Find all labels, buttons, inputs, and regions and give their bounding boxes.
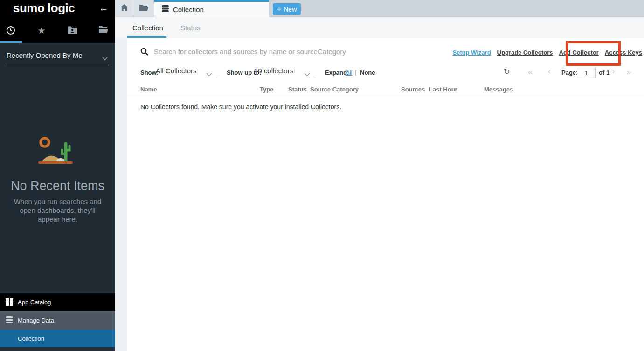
page-number-input[interactable] (577, 68, 596, 78)
collection-content: Setup Wizard Upgrade Collectors Add Coll… (127, 38, 644, 351)
column-last-hour[interactable]: Last Hour (429, 86, 457, 93)
add-collector-link[interactable]: Add Collector (559, 49, 599, 56)
folder-icon (139, 4, 148, 13)
sidebar-item-app-catalog[interactable]: App Catalog (0, 293, 115, 311)
show-up-to-dropdown-value: 10 collectors (254, 67, 293, 75)
first-page-button[interactable]: « (528, 67, 533, 77)
last-page-button[interactable]: » (626, 67, 631, 77)
sidebar: sumo logic ← ★ Recently Opened By Me (0, 0, 115, 351)
collapse-sidebar-icon[interactable]: ← (99, 3, 108, 14)
sidebar-item-label: App Catalog (18, 299, 51, 306)
new-tab-button[interactable]: + New (273, 3, 301, 15)
favorites-icon[interactable]: ★ (36, 26, 47, 36)
page-label: Page: (561, 69, 578, 76)
column-status[interactable]: Status (288, 86, 307, 93)
plus-icon: + (277, 6, 281, 13)
content-gutter (115, 38, 127, 351)
column-source-category[interactable]: Source Category (310, 86, 359, 93)
expand-divider: | (355, 69, 356, 76)
subtab-status[interactable]: Status (180, 24, 201, 32)
expand-none-link[interactable]: None (360, 69, 375, 76)
column-type[interactable]: Type (260, 86, 273, 93)
sidebar-item-collection[interactable]: Collection (0, 330, 115, 347)
desert-illustration (36, 136, 76, 167)
sidebar-item-label: Manage Data (18, 317, 54, 324)
subtab-row: Collection Status (115, 17, 644, 38)
table-header-divider (127, 97, 644, 97)
search-input[interactable] (154, 45, 443, 57)
column-name[interactable]: Name (140, 86, 157, 93)
recent-icon[interactable] (6, 26, 16, 36)
no-recent-items-description: When you run searches and open dashboard… (8, 197, 107, 224)
recent-section-label: Recently Opened By Me (7, 51, 83, 59)
sidebar-item-label: Collection (18, 335, 44, 342)
recent-section-dropdown[interactable]: Recently Opened By Me (7, 51, 109, 65)
column-sources[interactable]: Sources (401, 86, 425, 93)
tab-collection[interactable]: Collection (154, 0, 269, 17)
setup-wizard-link[interactable]: Setup Wizard (452, 49, 491, 56)
new-button-label: New (284, 6, 297, 13)
sumo-logic-logo: sumo logic (13, 1, 75, 15)
grid-icon (6, 298, 13, 306)
no-recent-items-title: No Recent Items (0, 179, 115, 193)
home-icon (120, 4, 128, 13)
sidebar-menu: App Catalog Manage Data Collection (0, 293, 115, 351)
show-dropdown-value: All Collectors (156, 67, 197, 75)
header-links: Setup Wizard Upgrade Collectors Add Coll… (452, 49, 642, 56)
tab-label: Collection (173, 6, 204, 14)
next-page-button[interactable]: › (612, 67, 615, 76)
library-icon[interactable] (98, 26, 109, 36)
search-icon (140, 48, 148, 57)
shared-content-icon[interactable] (67, 26, 77, 36)
empty-table-message: No Collectors found. Make sure you activ… (140, 103, 341, 111)
previous-page-button[interactable]: ‹ (548, 67, 551, 76)
sidebar-header: sumo logic ← ★ (0, 0, 115, 43)
chevron-down-icon (304, 70, 310, 78)
active-nav-underline (0, 41, 22, 43)
column-messages[interactable]: Messages (484, 86, 513, 93)
folder-tabs-button[interactable] (133, 0, 154, 17)
show-dropdown[interactable]: All Collectors (155, 66, 218, 78)
sidebar-item-manage-data[interactable]: Manage Data (0, 311, 115, 330)
chevron-down-icon (206, 70, 212, 78)
subtab-collection[interactable]: Collection (132, 24, 163, 32)
chevron-down-icon (102, 54, 108, 62)
table-header: Name Type Status Source Category Sources… (127, 86, 644, 97)
upgrade-collectors-link[interactable]: Upgrade Collectors (497, 49, 553, 56)
refresh-icon[interactable]: ↻ (504, 67, 510, 76)
top-tab-bar: Collection + New (115, 0, 644, 17)
home-button[interactable] (115, 0, 133, 17)
access-keys-link[interactable]: Access Keys (605, 49, 642, 56)
page-count-text: of 1 (599, 69, 609, 76)
database-icon (162, 5, 169, 14)
database-icon (6, 316, 13, 324)
expand-all-link[interactable]: All (346, 69, 352, 76)
show-up-to-dropdown[interactable]: 10 collectors (253, 66, 316, 78)
sidebar-item-partial (0, 347, 115, 351)
